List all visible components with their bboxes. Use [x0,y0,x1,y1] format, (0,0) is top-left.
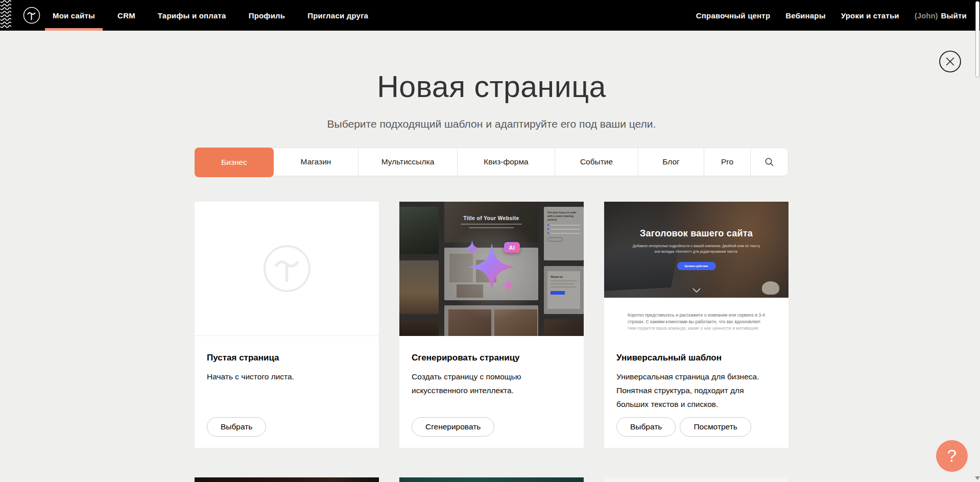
scrollbar[interactable] [975,0,980,482]
chevron-down-icon [692,288,701,293]
tab-business[interactable]: Бизнес [195,148,274,177]
nav-lessons[interactable]: Уроки и статьи [841,0,899,31]
card-title: Пустая страница [207,353,367,363]
secondary-nav: Справочный центр Вебинары Уроки и статьи… [696,0,967,31]
nav-my-sites-label: Мои сайты [53,11,95,20]
scrollbar-thumb[interactable] [975,1,979,78]
main-nav: Мои сайты CRM Тарифы и оплата Профиль Пр… [45,0,376,31]
card-description: Начать с чистого листа. [207,370,367,383]
page-subtitle: Выберите подходящий шаблон и адаптируйте… [195,118,788,130]
template-cta-button: Целевое действие [677,262,716,270]
template-body-preview: Коротко представьтесь и расскажите о ком… [604,298,788,336]
nav-invite-friend[interactable]: Пригласи друга [300,0,376,31]
template-card-partial[interactable] [399,477,584,482]
close-button[interactable] [939,51,961,73]
active-nav-underline [45,28,103,31]
nav-my-sites[interactable]: Мои сайты [45,0,103,31]
template-body-text: Коротко представьтесь и расскажите о ком… [628,312,768,332]
nav-crm[interactable]: CRM [110,0,143,31]
template-card-partial[interactable] [195,477,379,482]
collage-photo-tile [399,207,439,254]
ai-preview-collage: Title of Your Website Get your [399,202,584,336]
template-category-tabs: Бизнес Магазин Мультиссылка Квиз-форма С… [195,148,788,176]
card-description: Создать страницу с помощью искусственног… [412,370,571,397]
tab-search[interactable] [750,148,788,176]
choose-button[interactable]: Выбрать [207,417,266,437]
template-hero-subtitle: Добавьте интересные подробности о вашей … [632,244,761,255]
help-button[interactable]: ? [936,440,968,472]
tab-pro[interactable]: Pro [704,148,750,176]
card-title: Универсальный шаблон [616,353,776,363]
template-hero: Заголовок вашего сайта Добавьте интересн… [604,202,788,298]
tilda-logo-icon[interactable] [23,7,40,24]
page-title: Новая страница [195,69,788,104]
collage-photo-tile [399,260,439,314]
universal-template-preview: Заголовок вашего сайта Добавьте интересн… [604,202,788,336]
top-navbar: Мои сайты CRM Тарифы и оплата Профиль Пр… [0,0,980,31]
template-hero-title: Заголовок вашего сайта [604,228,788,239]
generate-button[interactable]: Сгенерировать [412,417,494,437]
nav-profile[interactable]: Профиль [241,0,293,31]
search-icon [764,157,774,167]
next-template-row [195,477,788,482]
template-card-partial[interactable] [604,477,788,482]
zigzag-pattern-icon [0,0,12,31]
template-cards: Пустая страница Начать с чистого листа. … [195,202,788,448]
collage-about-title: About us [551,275,577,278]
tab-event[interactable]: Событие [555,148,638,176]
view-button[interactable]: Посмотреть [680,417,751,437]
nav-webinars[interactable]: Вебинары [785,0,825,31]
tilda-watermark-icon [262,244,312,293]
tab-store[interactable]: Магазин [274,148,358,176]
nav-help-center[interactable]: Справочный центр [696,0,771,31]
ai-badge: AI [504,242,520,253]
close-icon [939,51,961,73]
ai-sparkle-small-icon [501,278,515,293]
tab-blog[interactable]: Блог [638,148,704,176]
scrollbar-down-arrow-icon[interactable] [975,476,980,480]
choose-button[interactable]: Выбрать [616,417,676,437]
blank-page-preview [195,202,379,336]
card-universal-template[interactable]: Заголовок вашего сайта Добавьте интересн… [604,202,788,448]
tab-quiz-form[interactable]: Квиз-форма [457,148,555,176]
tab-multilink[interactable]: Мультиссылка [358,148,457,176]
cup-shape [762,281,779,295]
card-title: Сгенерировать страницу [412,353,571,363]
card-ai-generate[interactable]: Title of Your Website Get your [399,202,584,448]
card-description: Универсальная страница для бизнеса. Поня… [616,370,776,411]
card-blank-page[interactable]: Пустая страница Начать с чистого листа. … [195,202,379,448]
user-name: (John) [915,11,938,20]
nav-tariffs[interactable]: Тарифы и оплата [150,0,234,31]
collage-photo-tile [399,320,439,336]
new-page-dialog: Новая страница Выберите подходящий шабло… [195,0,788,482]
logout-link[interactable]: Выйти [941,0,967,31]
